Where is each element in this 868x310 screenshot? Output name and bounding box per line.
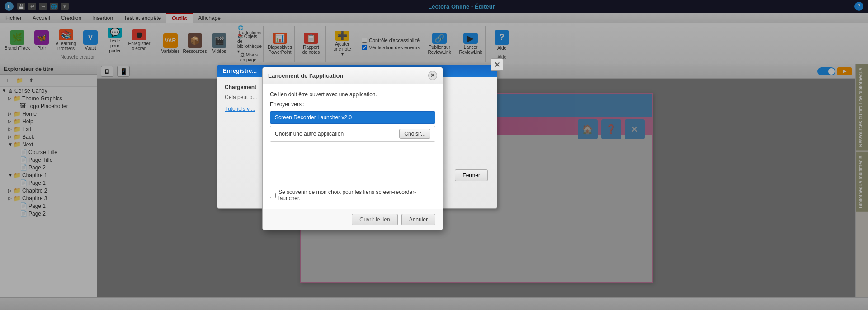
cancel-button[interactable]: Annuler — [401, 214, 435, 225]
remember-checkbox-row: Se souvenir de mon choix pour les liens … — [270, 189, 435, 202]
choose-button[interactable]: Choisir... — [399, 129, 430, 139]
empty-space — [270, 147, 435, 183]
modal-footer: Ouvrir le lien Annuler — [263, 209, 443, 230]
modal-dialog: Lancement de l'application ✕ Ce lien doi… — [262, 67, 443, 230]
modal-title-bar: Lancement de l'application ✕ — [263, 67, 443, 84]
screen-recorder-option[interactable]: Screen Recorder Launcher v2.0 — [270, 111, 435, 124]
dialog-overlay: Enregistre... ✕ Chargement Cela peut p..… — [0, 0, 868, 310]
other-app-label: Choisir une autre application — [275, 131, 344, 137]
bg-dialog-close-btn[interactable]: ✕ — [491, 58, 503, 71]
open-link-button[interactable]: Ouvrir le lien — [352, 214, 397, 225]
fermer-button[interactable]: Fermer — [455, 169, 488, 181]
modal-send-label: Envoyer vers : — [270, 101, 435, 108]
bg-dialog-title-text: Enregistre... — [223, 67, 257, 74]
screen-recorder-label: Screen Recorder Launcher v2.0 — [275, 114, 352, 121]
modal-body: Ce lien doit être ouvert avec une applic… — [263, 84, 443, 209]
tutorial-link[interactable]: Tutoriels vi... — [225, 106, 255, 112]
other-application-option[interactable]: Choisir une autre application Choisir... — [270, 126, 435, 142]
remember-label: Se souvenir de mon choix pour les liens … — [278, 189, 435, 202]
modal-close-btn[interactable]: ✕ — [428, 71, 437, 80]
remember-checkbox[interactable] — [270, 193, 276, 198]
modal-subtitle: Ce lien doit être ouvert avec une applic… — [270, 91, 435, 98]
modal-title-text: Lancement de l'application — [268, 72, 343, 79]
